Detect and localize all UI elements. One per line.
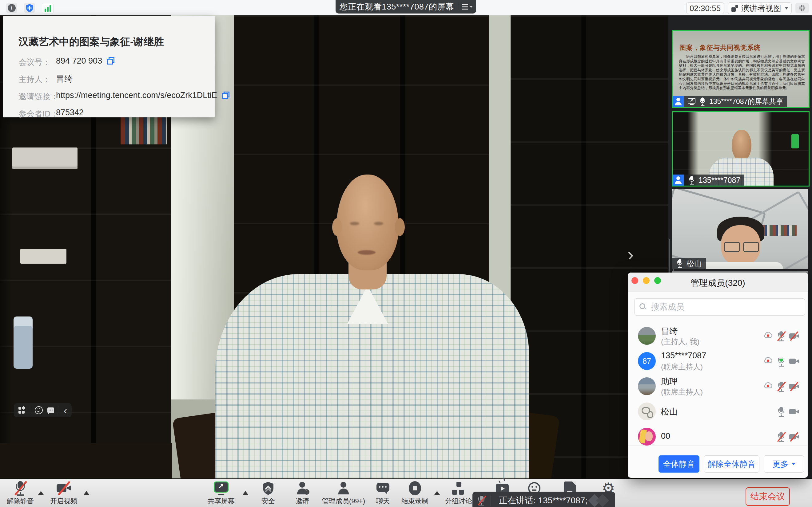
screen-share-icon: ↗ xyxy=(688,98,696,105)
network-quality-button[interactable] xyxy=(42,3,54,14)
thumb-name-label: 松山 xyxy=(687,259,702,269)
chevron-down-icon xyxy=(792,463,795,465)
member-row-7087[interactable]: 87 135****7087 (联席主持人) ↗ xyxy=(628,348,808,374)
video-options-caret[interactable] xyxy=(84,491,89,495)
mic-icon xyxy=(676,259,683,268)
shared-screen-thumbnail[interactable]: 图案，象征与共同视觉系统 语言以想象构成具象，图像则是直接以形象进行思维，用于思… xyxy=(672,30,810,108)
person-icon xyxy=(337,481,351,495)
chat-button[interactable]: 聊天 xyxy=(364,481,401,506)
shared-slide: 图案，象征与共同视觉系统 语言以想象构成具象，图像则是直接以形象进行思维，用于思… xyxy=(673,31,809,107)
search-input[interactable] xyxy=(651,302,787,312)
avatar-badge-87: 87 xyxy=(638,352,656,370)
panel-title: 管理成员(320) xyxy=(628,277,808,289)
avatar xyxy=(638,377,656,395)
speaker-view-icon xyxy=(731,5,738,12)
meeting-app-window: ‹ › 图案，象征与共同视觉系统 语言以想象构成具象，图像则是直接以形象进行思维… xyxy=(0,0,812,507)
meeting-info-button[interactable]: i xyxy=(6,3,17,13)
shield-chevron-icon xyxy=(262,481,274,495)
video-mini-toolbar: ‹ xyxy=(14,403,72,417)
search-icon xyxy=(640,303,647,311)
fullscreen-corners-icon xyxy=(799,4,806,12)
more-button[interactable]: 更多 xyxy=(764,455,804,472)
expand-chevron-right-icon[interactable]: › xyxy=(627,245,633,264)
mic-muted-icon[interactable] xyxy=(777,331,785,341)
share-owner-label: 135****7087的屏幕共享 xyxy=(709,97,783,106)
collapse-chevron-left-icon[interactable]: ‹ xyxy=(64,404,67,416)
record-options-caret[interactable] xyxy=(434,491,440,495)
share-label-strip: ↗ 135****7087的屏幕共享 xyxy=(673,96,787,107)
camera-muted-icon xyxy=(57,483,71,494)
meeting-watermark-logo xyxy=(588,492,615,507)
unmute-all-button[interactable]: 解除全体静音 xyxy=(704,455,759,472)
banner-menu-button[interactable] xyxy=(458,6,476,8)
unmute-button[interactable]: 解除静音 xyxy=(2,481,39,506)
camera-on-icon[interactable] xyxy=(789,358,799,365)
cloud-record-icon xyxy=(763,356,773,365)
mute-all-button[interactable]: 全体静音 xyxy=(659,455,699,472)
captions-chat-icon[interactable] xyxy=(47,407,54,413)
manage-members-panel: 管理成员(320) 冒绮 (主持人, 我) 87 135****7087 (联席… xyxy=(628,273,808,478)
mic-muted-icon[interactable] xyxy=(777,382,785,392)
bottom-toolbar: 解除静音 开启视频 ↗ 共享屏幕 安全 + 邀请 管理成员(99+) 聊天 结束… xyxy=(0,479,812,507)
camera-on-icon[interactable] xyxy=(789,408,799,415)
mic-live-icon xyxy=(689,176,695,184)
copy-icon[interactable] xyxy=(106,57,114,65)
member-search-box xyxy=(634,298,805,316)
speaking-toast: 正在讲话: 135****7087; xyxy=(472,492,615,507)
shield-plus-icon xyxy=(26,4,34,12)
security-shield-button[interactable] xyxy=(24,3,35,13)
avatar xyxy=(638,428,656,446)
camera-muted-icon[interactable] xyxy=(789,333,799,340)
end-meeting-button[interactable]: 结束会议 xyxy=(746,487,790,506)
share-options-caret[interactable] xyxy=(243,491,248,495)
copy-icon[interactable] xyxy=(221,92,230,100)
participant-id-value: 875342 xyxy=(56,108,84,117)
avatar xyxy=(638,402,656,420)
invite-link-value: https://meeting.tencent.com/s/ecoZrk1DLt… xyxy=(56,91,230,100)
video-thumbnail-speaker[interactable]: 135****7087 xyxy=(672,111,810,186)
meeting-info-panel: 汉藏艺术中的图案与象征-谢继胜 会议号： 894 720 903 主持人： 冒绮… xyxy=(3,16,215,117)
camera-muted-icon[interactable] xyxy=(789,383,799,390)
menu-icon xyxy=(462,4,468,5)
avatar xyxy=(638,327,656,345)
mic-live-icon xyxy=(699,97,706,105)
layout-grid-icon[interactable] xyxy=(18,407,25,413)
member-row-maoqi[interactable]: 冒绮 (主持人, 我) xyxy=(628,323,808,348)
slide-title: 图案，象征与共同视觉系统 xyxy=(679,43,761,52)
invite-button[interactable]: + 邀请 xyxy=(284,481,321,506)
manage-members-button[interactable]: 管理成员(99+) xyxy=(321,481,366,506)
meeting-title: 汉藏艺术中的图案与象征-谢继胜 xyxy=(18,35,164,49)
share-screen-button[interactable]: ↗ 共享屏幕 xyxy=(203,481,240,506)
screen-share-icon: ↗ xyxy=(213,481,229,496)
security-button[interactable]: 安全 xyxy=(250,481,287,506)
mic-icon[interactable] xyxy=(777,407,785,417)
camera-muted-icon[interactable] xyxy=(789,433,799,441)
member-row-songshan[interactable]: 松山 xyxy=(628,399,808,424)
fullscreen-button[interactable] xyxy=(795,3,809,13)
panel-footer: 全体静音 解除全体静音 更多 xyxy=(628,455,808,472)
reaction-smiley-icon[interactable] xyxy=(35,406,43,414)
view-mode-button[interactable]: 演讲者视图 xyxy=(728,2,792,14)
person-plus-icon: + xyxy=(295,481,309,495)
mic-live-icon[interactable] xyxy=(777,356,785,367)
chevron-down-icon xyxy=(785,7,788,9)
stop-record-icon xyxy=(409,481,421,495)
watching-label: 您正在观看135****7087的屏幕 xyxy=(336,1,458,12)
info-icon: i xyxy=(8,4,16,12)
stop-recording-button[interactable]: 结束录制 xyxy=(397,481,434,506)
breakout-rooms-button[interactable]: 分组讨论 xyxy=(440,481,477,506)
cloud-record-icon xyxy=(763,331,773,340)
member-row-zhuli[interactable]: 助理 (联席主持人) xyxy=(628,374,808,399)
panel-header: 管理成员(320) xyxy=(628,273,808,292)
thumb-name-label: 135****7087 xyxy=(699,176,740,185)
mic-muted-icon[interactable] xyxy=(777,432,785,442)
meeting-timer: 02:30:55 xyxy=(686,2,724,14)
speaking-label: 正在讲话: 135****7087; xyxy=(491,495,588,506)
host-value: 冒绮 xyxy=(56,73,72,84)
person-badge-icon xyxy=(673,96,684,107)
video-thumbnail-songshan[interactable]: 松山 xyxy=(672,189,808,269)
start-video-button[interactable]: 开启视频 xyxy=(45,481,82,506)
mic-options-caret[interactable] xyxy=(38,491,44,495)
mic-muted-icon xyxy=(14,481,26,496)
watching-banner: 您正在观看135****7087的屏幕 xyxy=(336,0,476,13)
